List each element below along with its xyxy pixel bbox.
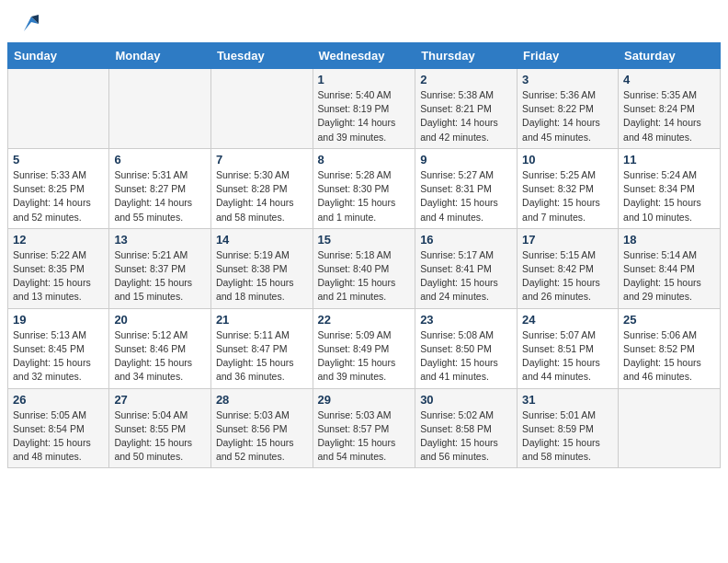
day-number: 30 [420, 393, 512, 407]
day-info: Sunrise: 5:36 AM Sunset: 8:22 PM Dayligh… [522, 88, 613, 144]
calendar-cell: 15Sunrise: 5:18 AM Sunset: 8:40 PM Dayli… [313, 228, 415, 308]
day-info: Sunrise: 5:17 AM Sunset: 8:41 PM Dayligh… [420, 248, 512, 304]
calendar-week-row: 19Sunrise: 5:13 AM Sunset: 8:45 PM Dayli… [8, 308, 721, 388]
day-info: Sunrise: 5:08 AM Sunset: 8:50 PM Dayligh… [420, 328, 512, 385]
calendar-week-row: 12Sunrise: 5:22 AM Sunset: 8:35 PM Dayli… [8, 228, 721, 308]
day-number: 25 [623, 313, 715, 327]
day-info: Sunrise: 5:24 AM Sunset: 8:34 PM Dayligh… [623, 168, 715, 224]
calendar-cell: 29Sunrise: 5:03 AM Sunset: 8:57 PM Dayli… [313, 388, 415, 468]
day-number: 20 [114, 313, 206, 327]
day-info: Sunrise: 5:22 AM Sunset: 8:35 PM Dayligh… [13, 248, 104, 304]
calendar-week-row: 1Sunrise: 5:40 AM Sunset: 8:19 PM Daylig… [8, 69, 721, 149]
day-number: 23 [420, 313, 512, 327]
day-number: 7 [216, 153, 308, 167]
day-number: 4 [623, 73, 715, 86]
weekday-header: Sunday [8, 43, 109, 69]
calendar-cell: 3Sunrise: 5:36 AM Sunset: 8:22 PM Daylig… [518, 69, 619, 149]
calendar-cell: 9Sunrise: 5:27 AM Sunset: 8:31 PM Daylig… [415, 148, 518, 228]
day-info: Sunrise: 5:05 AM Sunset: 8:54 PM Dayligh… [13, 408, 104, 465]
weekday-header: Thursday [415, 43, 518, 69]
calendar-cell: 14Sunrise: 5:19 AM Sunset: 8:38 PM Dayli… [210, 228, 313, 308]
calendar-cell: 1Sunrise: 5:40 AM Sunset: 8:19 PM Daylig… [313, 69, 415, 149]
calendar-cell: 20Sunrise: 5:12 AM Sunset: 8:46 PM Dayli… [109, 308, 211, 388]
day-info: Sunrise: 5:03 AM Sunset: 8:57 PM Dayligh… [318, 408, 411, 465]
day-info: Sunrise: 5:18 AM Sunset: 8:40 PM Dayligh… [318, 248, 411, 304]
day-info: Sunrise: 5:06 AM Sunset: 8:52 PM Dayligh… [623, 328, 715, 385]
calendar-cell [619, 388, 721, 468]
weekday-header: Friday [518, 43, 619, 69]
day-info: Sunrise: 5:38 AM Sunset: 8:21 PM Dayligh… [420, 88, 512, 144]
calendar-cell: 16Sunrise: 5:17 AM Sunset: 8:41 PM Dayli… [415, 228, 518, 308]
day-number: 17 [522, 233, 613, 247]
day-info: Sunrise: 5:14 AM Sunset: 8:44 PM Dayligh… [623, 248, 715, 304]
calendar-cell: 26Sunrise: 5:05 AM Sunset: 8:54 PM Dayli… [8, 388, 109, 468]
day-number: 3 [522, 73, 613, 86]
calendar-cell: 4Sunrise: 5:35 AM Sunset: 8:24 PM Daylig… [619, 69, 721, 149]
day-info: Sunrise: 5:21 AM Sunset: 8:37 PM Dayligh… [114, 248, 206, 304]
weekday-header: Monday [109, 43, 211, 69]
calendar-cell: 21Sunrise: 5:11 AM Sunset: 8:47 PM Dayli… [210, 308, 313, 388]
calendar-cell: 5Sunrise: 5:33 AM Sunset: 8:25 PM Daylig… [8, 148, 109, 228]
day-number: 9 [420, 153, 512, 167]
calendar-cell [109, 69, 211, 149]
calendar-cell: 25Sunrise: 5:06 AM Sunset: 8:52 PM Dayli… [619, 308, 721, 388]
calendar-body: 1Sunrise: 5:40 AM Sunset: 8:19 PM Daylig… [8, 69, 721, 468]
day-info: Sunrise: 5:35 AM Sunset: 8:24 PM Dayligh… [623, 88, 715, 144]
day-info: Sunrise: 5:13 AM Sunset: 8:45 PM Dayligh… [13, 328, 104, 385]
calendar-cell [210, 69, 313, 149]
calendar-cell: 18Sunrise: 5:14 AM Sunset: 8:44 PM Dayli… [619, 228, 721, 308]
day-info: Sunrise: 5:25 AM Sunset: 8:32 PM Dayligh… [522, 168, 613, 224]
day-info: Sunrise: 5:04 AM Sunset: 8:55 PM Dayligh… [114, 408, 206, 465]
calendar-cell: 13Sunrise: 5:21 AM Sunset: 8:37 PM Dayli… [109, 228, 211, 308]
day-info: Sunrise: 5:19 AM Sunset: 8:38 PM Dayligh… [216, 248, 308, 304]
day-number: 21 [216, 313, 308, 327]
calendar-cell: 23Sunrise: 5:08 AM Sunset: 8:50 PM Dayli… [415, 308, 518, 388]
calendar-cell: 11Sunrise: 5:24 AM Sunset: 8:34 PM Dayli… [619, 148, 721, 228]
day-number: 10 [522, 153, 613, 167]
logo-bird-icon [24, 15, 39, 35]
calendar-cell: 30Sunrise: 5:02 AM Sunset: 8:58 PM Dayli… [415, 388, 518, 468]
day-number: 28 [216, 393, 308, 407]
day-number: 29 [318, 393, 411, 407]
weekday-header: Saturday [619, 43, 721, 69]
calendar-cell: 31Sunrise: 5:01 AM Sunset: 8:59 PM Dayli… [518, 388, 619, 468]
calendar-cell: 8Sunrise: 5:28 AM Sunset: 8:30 PM Daylig… [313, 148, 415, 228]
day-number: 18 [623, 233, 715, 247]
calendar-cell: 2Sunrise: 5:38 AM Sunset: 8:21 PM Daylig… [415, 69, 518, 149]
calendar-cell: 22Sunrise: 5:09 AM Sunset: 8:49 PM Dayli… [313, 308, 415, 388]
day-number: 1 [318, 73, 411, 86]
calendar-week-row: 26Sunrise: 5:05 AM Sunset: 8:54 PM Dayli… [8, 388, 721, 468]
day-info: Sunrise: 5:03 AM Sunset: 8:56 PM Dayligh… [216, 408, 308, 465]
day-info: Sunrise: 5:30 AM Sunset: 8:28 PM Dayligh… [216, 168, 308, 224]
calendar-cell: 28Sunrise: 5:03 AM Sunset: 8:56 PM Dayli… [210, 388, 313, 468]
calendar-cell: 6Sunrise: 5:31 AM Sunset: 8:27 PM Daylig… [109, 148, 211, 228]
day-number: 19 [13, 313, 104, 327]
day-info: Sunrise: 5:28 AM Sunset: 8:30 PM Dayligh… [318, 168, 411, 224]
calendar-cell: 10Sunrise: 5:25 AM Sunset: 8:32 PM Dayli… [518, 148, 619, 228]
day-number: 8 [318, 153, 411, 167]
calendar-cell [8, 69, 109, 149]
day-info: Sunrise: 5:09 AM Sunset: 8:49 PM Dayligh… [318, 328, 411, 385]
day-number: 31 [522, 393, 613, 407]
day-number: 15 [318, 233, 411, 247]
calendar-cell: 12Sunrise: 5:22 AM Sunset: 8:35 PM Dayli… [8, 228, 109, 308]
calendar-header: SundayMondayTuesdayWednesdayThursdayFrid… [8, 43, 721, 69]
day-info: Sunrise: 5:11 AM Sunset: 8:47 PM Dayligh… [216, 328, 308, 385]
day-info: Sunrise: 5:12 AM Sunset: 8:46 PM Dayligh… [114, 328, 206, 385]
day-info: Sunrise: 5:02 AM Sunset: 8:58 PM Dayligh… [420, 408, 512, 465]
page-header [0, 0, 728, 42]
calendar-wrapper: SundayMondayTuesdayWednesdayThursdayFrid… [0, 42, 728, 476]
day-number: 24 [522, 313, 613, 327]
calendar-cell: 24Sunrise: 5:07 AM Sunset: 8:51 PM Dayli… [518, 308, 619, 388]
day-number: 2 [420, 73, 512, 86]
day-number: 6 [114, 153, 206, 167]
weekday-row: SundayMondayTuesdayWednesdayThursdayFrid… [8, 43, 721, 69]
day-number: 11 [623, 153, 715, 167]
day-info: Sunrise: 5:31 AM Sunset: 8:27 PM Dayligh… [114, 168, 206, 224]
day-info: Sunrise: 5:07 AM Sunset: 8:51 PM Dayligh… [522, 328, 613, 385]
calendar-cell: 7Sunrise: 5:30 AM Sunset: 8:28 PM Daylig… [210, 148, 313, 228]
day-number: 14 [216, 233, 308, 247]
calendar-cell: 27Sunrise: 5:04 AM Sunset: 8:55 PM Dayli… [109, 388, 211, 468]
calendar-cell: 17Sunrise: 5:15 AM Sunset: 8:42 PM Dayli… [518, 228, 619, 308]
day-number: 13 [114, 233, 206, 247]
